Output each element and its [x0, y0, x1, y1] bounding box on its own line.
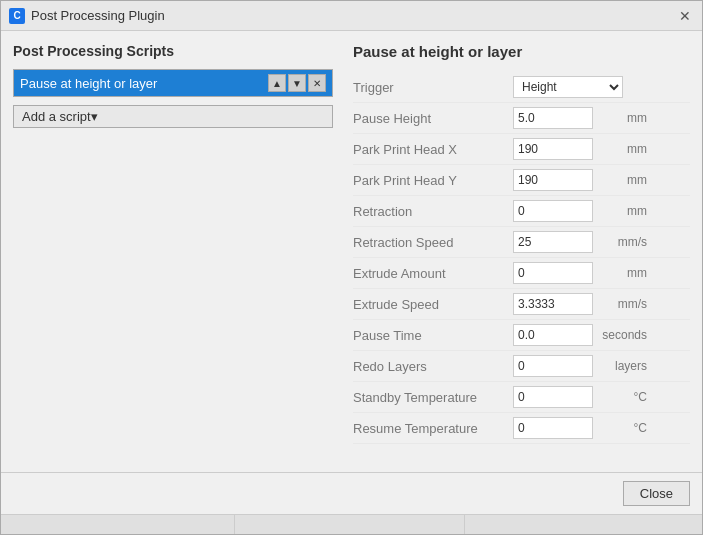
field-row: Redo Layerslayers — [353, 351, 690, 382]
field-input-wrap: °C — [513, 417, 647, 439]
field-unit: layers — [597, 359, 647, 373]
trigger-select-wrap: HeightLayer — [513, 76, 623, 98]
field-row: TriggerHeightLayer — [353, 72, 690, 103]
field-row: Pause Heightmm — [353, 103, 690, 134]
main-window: C Post Processing Plugin ✕ Post Processi… — [0, 0, 703, 535]
field-row: Retractionmm — [353, 196, 690, 227]
field-unit: °C — [597, 421, 647, 435]
main-content: Post Processing Scripts Pause at height … — [1, 31, 702, 472]
field-label-pause-height: Pause Height — [353, 111, 513, 126]
field-input-wrap: mm/s — [513, 293, 647, 315]
trigger-select[interactable]: HeightLayer — [513, 76, 623, 98]
left-panel-title: Post Processing Scripts — [13, 43, 333, 59]
close-dialog-button[interactable]: Close — [623, 481, 690, 506]
window-close-button[interactable]: ✕ — [676, 7, 694, 25]
status-bar — [1, 514, 702, 534]
right-panel: Pause at height or layer TriggerHeightLa… — [343, 43, 690, 460]
field-unit: °C — [597, 390, 647, 404]
fields-container: TriggerHeightLayerPause HeightmmPark Pri… — [353, 72, 690, 444]
footer: Close — [1, 472, 702, 514]
field-input-retraction[interactable] — [513, 200, 593, 222]
field-row: Extrude Amountmm — [353, 258, 690, 289]
field-input-resume-temperature[interactable] — [513, 417, 593, 439]
field-input-standby-temperature[interactable] — [513, 386, 593, 408]
field-input-pause-time[interactable] — [513, 324, 593, 346]
left-panel: Post Processing Scripts Pause at height … — [13, 43, 343, 460]
field-unit: mm — [597, 173, 647, 187]
field-label-redo-layers: Redo Layers — [353, 359, 513, 374]
field-label-park-print-head-y: Park Print Head Y — [353, 173, 513, 188]
field-unit: mm — [597, 111, 647, 125]
title-bar-left: C Post Processing Plugin — [9, 8, 165, 24]
field-unit: seconds — [597, 328, 647, 342]
field-label-pause-time: Pause Time — [353, 328, 513, 343]
field-label-trigger: Trigger — [353, 80, 513, 95]
field-row: Resume Temperature°C — [353, 413, 690, 444]
field-label-extrude-speed: Extrude Speed — [353, 297, 513, 312]
field-label-resume-temperature: Resume Temperature — [353, 421, 513, 436]
script-item-label: Pause at height or layer — [20, 76, 268, 91]
field-label-retraction: Retraction — [353, 204, 513, 219]
app-icon: C — [9, 8, 25, 24]
script-remove-button[interactable]: ✕ — [308, 74, 326, 92]
field-label-standby-temperature: Standby Temperature — [353, 390, 513, 405]
field-unit: mm — [597, 266, 647, 280]
script-list: Pause at height or layer ▲ ▼ ✕ — [13, 69, 333, 97]
field-row: Park Print Head Xmm — [353, 134, 690, 165]
field-unit: mm — [597, 142, 647, 156]
field-unit: mm/s — [597, 235, 647, 249]
add-script-button[interactable]: Add a script▾ — [13, 105, 333, 128]
window-title: Post Processing Plugin — [31, 8, 165, 23]
field-input-wrap: mm — [513, 169, 647, 191]
field-label-park-print-head-x: Park Print Head X — [353, 142, 513, 157]
field-label-extrude-amount: Extrude Amount — [353, 266, 513, 281]
field-input-extrude-speed[interactable] — [513, 293, 593, 315]
field-row: Standby Temperature°C — [353, 382, 690, 413]
field-row: Extrude Speedmm/s — [353, 289, 690, 320]
field-unit: mm — [597, 204, 647, 218]
status-segment-2 — [239, 515, 465, 534]
field-input-pause-height[interactable] — [513, 107, 593, 129]
field-input-extrude-amount[interactable] — [513, 262, 593, 284]
field-input-park-print-head-y[interactable] — [513, 169, 593, 191]
field-row: Pause Timeseconds — [353, 320, 690, 351]
script-item[interactable]: Pause at height or layer ▲ ▼ ✕ — [14, 70, 332, 96]
field-input-wrap: mm — [513, 262, 647, 284]
field-row: Park Print Head Ymm — [353, 165, 690, 196]
right-panel-title: Pause at height or layer — [353, 43, 690, 60]
field-input-wrap: mm — [513, 200, 647, 222]
field-label-retraction-speed: Retraction Speed — [353, 235, 513, 250]
script-item-controls: ▲ ▼ ✕ — [268, 74, 326, 92]
field-row: Retraction Speedmm/s — [353, 227, 690, 258]
field-input-wrap: °C — [513, 386, 647, 408]
field-input-wrap: layers — [513, 355, 647, 377]
script-move-down-button[interactable]: ▼ — [288, 74, 306, 92]
field-input-park-print-head-x[interactable] — [513, 138, 593, 160]
field-input-wrap: seconds — [513, 324, 647, 346]
field-input-redo-layers[interactable] — [513, 355, 593, 377]
title-bar: C Post Processing Plugin ✕ — [1, 1, 702, 31]
field-input-wrap: mm — [513, 107, 647, 129]
field-unit: mm/s — [597, 297, 647, 311]
status-segment-3 — [469, 515, 694, 534]
field-input-wrap: mm/s — [513, 231, 647, 253]
field-input-wrap: mm — [513, 138, 647, 160]
field-input-retraction-speed[interactable] — [513, 231, 593, 253]
script-move-up-button[interactable]: ▲ — [268, 74, 286, 92]
status-segment-1 — [9, 515, 235, 534]
